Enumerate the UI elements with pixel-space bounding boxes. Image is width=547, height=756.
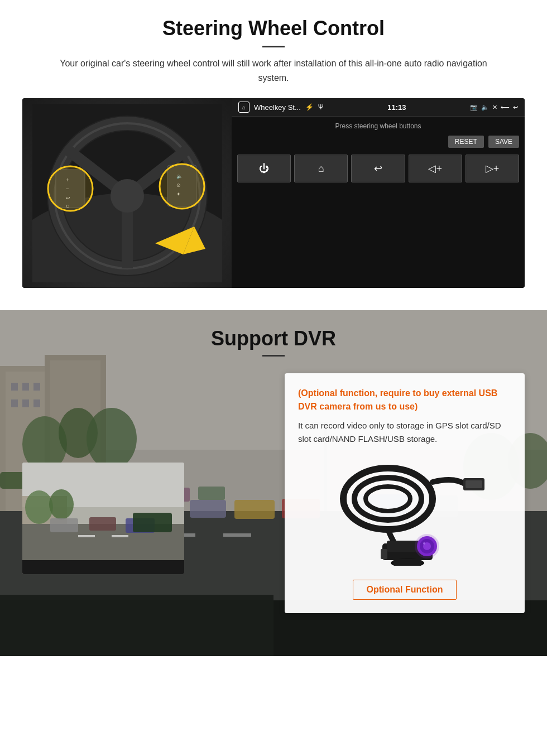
svg-rect-69 [22,560,184,574]
return-icon: ↩ [513,104,518,111]
dvr-description: It can record video only to storage in G… [298,419,511,446]
press-label: Press steering wheel buttons [237,122,519,130]
dvr-left [22,373,274,574]
status-time: 11:13 [387,103,406,112]
svg-rect-64 [112,535,128,537]
steering-subtitle: Your original car's steering wheel contr… [45,56,502,85]
dashcam-preview-svg [22,463,184,574]
optional-function-container: Optional Function [298,580,511,600]
dvr-optional-note: (Optional function, require to buy exter… [298,387,511,413]
svg-rect-65 [50,518,78,532]
svg-rect-78 [394,559,421,566]
dvr-section: Support DVR [0,310,547,656]
title-divider [262,46,285,47]
svg-point-61 [49,489,74,519]
reset-button[interactable]: RESET [448,136,484,148]
usb-icon: ⚡ [305,103,314,111]
control-power[interactable]: ⏻ [237,155,291,182]
dvr-content: Support DVR [0,310,547,630]
optional-function-badge: Optional Function [353,580,457,600]
status-right: 📷 🔈 ✕ ⟵ ↩ [470,104,518,111]
steering-image-container: + − ↩ C 🔈 ⊙ ✦ [22,98,525,288]
svg-point-19 [160,164,204,209]
svg-point-72 [366,487,410,511]
dvr-title: Support DVR [211,327,336,350]
dvr-right: (Optional function, require to buy exter… [285,373,525,613]
steering-action-bar: RESET SAVE [237,136,519,148]
control-vol-down[interactable]: ◁+ [409,155,462,182]
steering-title: Steering Wheel Control [22,17,525,40]
svg-point-60 [25,490,53,524]
svg-point-8 [111,179,144,213]
svg-rect-66 [89,517,116,531]
dvr-info-box: (Optional function, require to buy exter… [285,373,525,613]
dvr-title-area: Support DVR [22,327,525,357]
dvr-main: (Optional function, require to buy exter… [22,373,525,613]
steering-section: Steering Wheel Control Your original car… [0,0,547,299]
svg-rect-84 [381,549,387,559]
dvr-product-image [298,457,511,569]
usb-dvr-camera-svg [321,460,488,566]
control-home[interactable]: ⌂ [294,155,348,182]
svg-point-83 [415,534,439,558]
steering-wheel-svg: + − ↩ C 🔈 ⊙ ✦ [32,104,222,282]
camera-icon: 📷 [470,104,478,111]
signal-icon: Ψ [318,103,324,111]
steering-composite: + − ↩ C 🔈 ⊙ ✦ [22,98,525,288]
close-icon: ✕ [492,104,497,111]
dashcam-preview [22,463,184,574]
dvr-title-divider [262,355,285,357]
svg-rect-74 [466,480,482,488]
volume-icon: 🔈 [481,104,489,111]
svg-rect-63 [78,535,95,537]
section-separator [0,299,547,310]
steering-controls-grid: ⏻ ⌂ ↩ ◁+ ▷+ [237,155,519,182]
android-screen: ⌂ Wheelkey St... ⚡ Ψ 11:13 📷 🔈 ✕ ⟵ ↩ [232,98,525,288]
back-icon: ⟵ [501,104,510,111]
steering-photo-inner: + − ↩ C 🔈 ⊙ ✦ [22,98,232,288]
status-bar: ⌂ Wheelkey St... ⚡ Ψ 11:13 📷 🔈 ✕ ⟵ ↩ [232,98,525,117]
save-button[interactable]: SAVE [488,136,519,148]
home-icon: ⌂ [238,102,249,113]
control-back[interactable]: ↩ [351,155,405,182]
status-left: ⌂ Wheelkey St... ⚡ Ψ [238,102,324,113]
control-vol-up[interactable]: ▷+ [466,155,519,182]
steering-photo: + − ↩ C 🔈 ⊙ ✦ [22,98,232,288]
android-content: Press steering wheel buttons RESET SAVE … [232,117,525,288]
app-name: Wheelkey St... [254,103,301,112]
svg-rect-68 [133,513,172,532]
svg-point-18 [48,166,93,211]
